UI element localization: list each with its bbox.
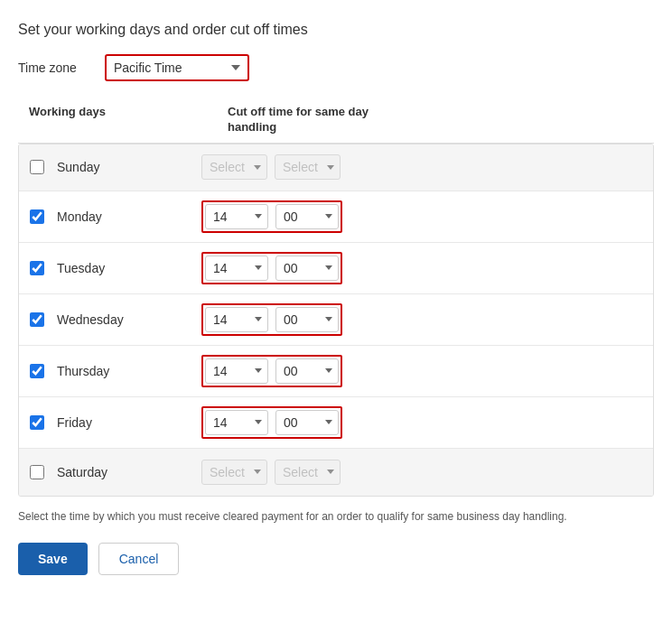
friday-minute-select[interactable]: 00153045 (275, 410, 339, 435)
col-working-days-label: Working days (29, 105, 228, 135)
monday-label: Monday (57, 209, 201, 224)
monday-hour-select[interactable]: 14 00010203 04050607 08091011 12131516 1… (205, 204, 268, 229)
friday-checkbox-cell (30, 415, 57, 430)
tuesday-time-selects: 14 00010203 00153045 (201, 252, 342, 284)
wednesday-minute-select[interactable]: 00153045 (275, 307, 339, 332)
monday-checkbox[interactable] (30, 209, 44, 224)
monday-minute-select[interactable]: 00153045 (275, 204, 339, 229)
sunday-minute-select[interactable]: Select (275, 154, 341, 180)
sunday-label: Sunday (57, 160, 201, 174)
col-cutoff-label: Cut off time for same day handling (228, 105, 408, 135)
saturday-hour-select[interactable]: Select (201, 460, 267, 485)
wednesday-label: Wednesday (57, 312, 201, 327)
day-row-sunday: Sunday Select Select (19, 144, 653, 191)
monday-time-selects: 14 00010203 04050607 08091011 12131516 1… (201, 200, 342, 233)
friday-label: Friday (57, 415, 201, 430)
thursday-checkbox[interactable] (30, 364, 44, 378)
page-title: Set your working days and order cut off … (18, 22, 654, 38)
days-table: Sunday Select Select Monday 14 00010203 … (18, 144, 654, 497)
day-row-tuesday: Tuesday 14 00010203 00153045 (19, 243, 653, 294)
tuesday-label: Tuesday (57, 261, 201, 275)
day-row-monday: Monday 14 00010203 04050607 08091011 121… (19, 191, 653, 243)
wednesday-checkbox-cell (30, 312, 57, 327)
tuesday-checkbox[interactable] (30, 261, 44, 275)
saturday-minute-select[interactable]: Select (275, 460, 341, 485)
button-row: Save Cancel (18, 543, 654, 575)
thursday-label: Thursday (57, 364, 201, 378)
thursday-hour-select[interactable]: 14 0001 (205, 358, 268, 384)
day-row-thursday: Thursday 14 0001 00153045 (19, 346, 653, 397)
day-row-saturday: Saturday Select Select (19, 449, 653, 496)
tuesday-checkbox-cell (30, 261, 57, 275)
thursday-minute-select[interactable]: 00153045 (275, 358, 339, 384)
monday-checkbox-cell (30, 209, 57, 224)
save-button[interactable]: Save (18, 543, 88, 575)
day-row-friday: Friday 14 0001 00153045 (19, 397, 653, 449)
saturday-checkbox[interactable] (30, 465, 44, 479)
tuesday-minute-select[interactable]: 00153045 (275, 256, 339, 281)
thursday-time-selects: 14 0001 00153045 (201, 355, 342, 387)
friday-checkbox[interactable] (30, 415, 44, 430)
wednesday-checkbox[interactable] (30, 312, 44, 327)
cancel-button[interactable]: Cancel (98, 543, 180, 575)
table-header: Working days Cut off time for same day h… (18, 98, 654, 144)
thursday-checkbox-cell (30, 364, 57, 378)
saturday-label: Saturday (57, 465, 201, 479)
timezone-select[interactable]: Pacific Time Eastern Time Central Time M… (105, 54, 249, 81)
sunday-checkbox-cell (30, 160, 57, 174)
sunday-time-selects: Select Select (201, 154, 341, 180)
wednesday-hour-select[interactable]: 14 0001 (205, 307, 268, 332)
day-row-wednesday: Wednesday 14 0001 00153045 (19, 294, 653, 346)
friday-hour-select[interactable]: 14 0001 (205, 410, 268, 435)
timezone-label: Time zone (18, 60, 90, 75)
wednesday-time-selects: 14 0001 00153045 (201, 303, 342, 336)
friday-time-selects: 14 0001 00153045 (201, 406, 342, 439)
sunday-checkbox[interactable] (30, 160, 44, 174)
sunday-hour-select[interactable]: Select (201, 154, 267, 180)
saturday-time-selects: Select Select (201, 460, 341, 485)
timezone-row: Time zone Pacific Time Eastern Time Cent… (18, 54, 654, 81)
footer-note: Select the time by which you must receiv… (18, 509, 654, 525)
tuesday-hour-select[interactable]: 14 00010203 (205, 256, 268, 281)
saturday-checkbox-cell (30, 465, 57, 479)
